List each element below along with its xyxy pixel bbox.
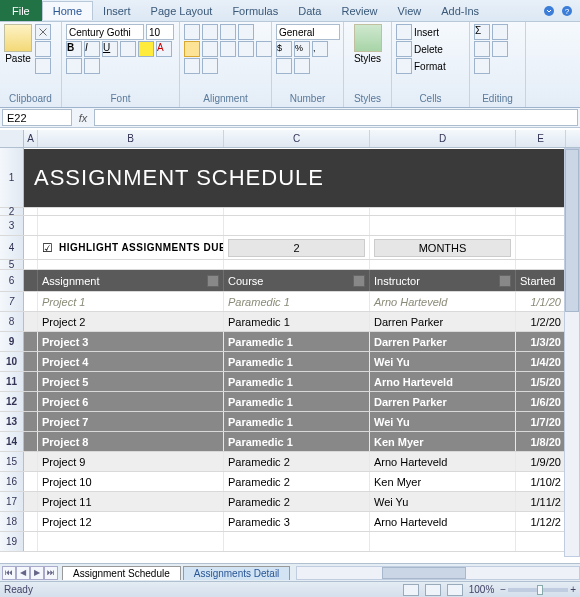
row-header[interactable]: 19 bbox=[0, 532, 24, 551]
increase-decimal-button[interactable] bbox=[276, 58, 292, 74]
horizontal-scrollbar[interactable] bbox=[296, 566, 580, 580]
delete-cells-button[interactable] bbox=[396, 41, 412, 57]
vertical-scrollbar[interactable] bbox=[564, 148, 580, 557]
cell[interactable]: 1/3/20 bbox=[516, 332, 566, 351]
cell[interactable]: Project 4 bbox=[38, 352, 224, 371]
hscroll-thumb[interactable] bbox=[382, 567, 467, 579]
cell[interactable] bbox=[224, 216, 370, 235]
percent-button[interactable]: % bbox=[294, 41, 310, 57]
filter-button[interactable] bbox=[207, 275, 219, 287]
minimize-ribbon-icon[interactable] bbox=[542, 4, 556, 18]
cell[interactable]: Paramedic 1 bbox=[224, 312, 370, 331]
filter-button[interactable] bbox=[353, 275, 365, 287]
align-top-button[interactable] bbox=[184, 24, 200, 40]
cell[interactable]: 1/4/20 bbox=[516, 352, 566, 371]
cell[interactable]: 1/12/2 bbox=[516, 512, 566, 531]
cell[interactable] bbox=[516, 532, 566, 551]
cell[interactable] bbox=[38, 208, 224, 215]
indent-dec-button[interactable] bbox=[238, 41, 254, 57]
font-name-select[interactable]: Century Gothi bbox=[66, 24, 144, 40]
cell[interactable]: Paramedic 2 bbox=[224, 492, 370, 511]
cell[interactable] bbox=[24, 292, 38, 311]
cell[interactable]: Project 5 bbox=[38, 372, 224, 391]
tab-data[interactable]: Data bbox=[288, 2, 331, 20]
cell[interactable]: Arno Harteveld bbox=[370, 372, 516, 391]
align-left-button[interactable] bbox=[184, 41, 200, 57]
row-header[interactable]: 12 bbox=[0, 392, 24, 411]
cell[interactable]: ASSIGNMENT SCHEDULE bbox=[24, 148, 566, 207]
merge-button[interactable] bbox=[202, 58, 218, 74]
zoom-in-button[interactable]: + bbox=[570, 584, 576, 595]
tab-home[interactable]: Home bbox=[42, 1, 93, 20]
formula-input[interactable] bbox=[94, 109, 578, 126]
tab-insert[interactable]: Insert bbox=[93, 2, 141, 20]
cell[interactable] bbox=[24, 392, 38, 411]
cell[interactable]: Darren Parker bbox=[370, 392, 516, 411]
cell[interactable] bbox=[24, 216, 38, 235]
cell[interactable]: 1/1/20 bbox=[516, 292, 566, 311]
cell[interactable] bbox=[24, 432, 38, 451]
cell[interactable] bbox=[24, 312, 38, 331]
row-header[interactable]: 16 bbox=[0, 472, 24, 491]
cell[interactable]: 2 bbox=[224, 236, 370, 259]
cell[interactable] bbox=[24, 512, 38, 531]
row-header[interactable]: 7 bbox=[0, 292, 24, 311]
cell[interactable] bbox=[24, 270, 38, 291]
cell[interactable]: MONTHS bbox=[370, 236, 516, 259]
cell[interactable] bbox=[370, 216, 516, 235]
cell[interactable] bbox=[24, 452, 38, 471]
row-header[interactable]: 1 bbox=[0, 148, 24, 207]
cell[interactable] bbox=[24, 472, 38, 491]
decrease-font-button[interactable] bbox=[84, 58, 100, 74]
tab-page-layout[interactable]: Page Layout bbox=[141, 2, 223, 20]
wrap-text-button[interactable] bbox=[184, 58, 200, 74]
name-box[interactable]: E22 bbox=[2, 109, 72, 126]
align-bottom-button[interactable] bbox=[220, 24, 236, 40]
row-header[interactable]: 10 bbox=[0, 352, 24, 371]
select-all-button[interactable] bbox=[0, 130, 24, 147]
cell[interactable]: Project 11 bbox=[38, 492, 224, 511]
cell[interactable] bbox=[24, 492, 38, 511]
fill-button[interactable] bbox=[474, 41, 490, 57]
cell[interactable]: 1/2/20 bbox=[516, 312, 566, 331]
cell[interactable]: 1/6/20 bbox=[516, 392, 566, 411]
row-header[interactable]: 11 bbox=[0, 372, 24, 391]
row-header[interactable]: 17 bbox=[0, 492, 24, 511]
cell[interactable]: Project 7 bbox=[38, 412, 224, 431]
cell[interactable]: Project 1 bbox=[38, 292, 224, 311]
cell[interactable] bbox=[38, 260, 224, 269]
row-header[interactable]: 5 bbox=[0, 260, 24, 269]
cell[interactable]: Paramedic 1 bbox=[224, 432, 370, 451]
cell[interactable] bbox=[24, 412, 38, 431]
row-header[interactable]: 6 bbox=[0, 270, 24, 291]
cell[interactable] bbox=[370, 260, 516, 269]
row-header[interactable]: 4 bbox=[0, 236, 24, 259]
cell[interactable] bbox=[370, 532, 516, 551]
cell[interactable] bbox=[224, 532, 370, 551]
cell[interactable] bbox=[24, 236, 38, 259]
cell[interactable]: Arno Harteveld bbox=[370, 452, 516, 471]
col-header-c[interactable]: C bbox=[224, 130, 370, 147]
cell-styles-button[interactable] bbox=[354, 24, 382, 52]
cell[interactable]: Arno Harteveld bbox=[370, 512, 516, 531]
cell[interactable]: 1/9/20 bbox=[516, 452, 566, 471]
zoom-handle[interactable] bbox=[537, 585, 543, 595]
row-header[interactable]: 13 bbox=[0, 412, 24, 431]
sheet-tab-active[interactable]: Assignment Schedule bbox=[62, 566, 181, 580]
view-layout-button[interactable] bbox=[425, 584, 441, 596]
italic-button[interactable]: I bbox=[84, 41, 100, 57]
highlight-checkbox[interactable]: ☑ bbox=[42, 241, 53, 255]
comma-button[interactable]: , bbox=[312, 41, 328, 57]
cell[interactable] bbox=[224, 208, 370, 215]
cell[interactable] bbox=[24, 208, 38, 215]
cell[interactable]: Project 2 bbox=[38, 312, 224, 331]
vscroll-thumb[interactable] bbox=[565, 149, 579, 312]
align-middle-button[interactable] bbox=[202, 24, 218, 40]
cell[interactable]: 1/7/20 bbox=[516, 412, 566, 431]
cell[interactable]: Project 12 bbox=[38, 512, 224, 531]
cell[interactable]: 1/10/2 bbox=[516, 472, 566, 491]
cell[interactable]: Ken Myer bbox=[370, 432, 516, 451]
cell[interactable]: Paramedic 1 bbox=[224, 372, 370, 391]
cell[interactable]: Arno Harteveld bbox=[370, 292, 516, 311]
filter-button[interactable] bbox=[499, 275, 511, 287]
